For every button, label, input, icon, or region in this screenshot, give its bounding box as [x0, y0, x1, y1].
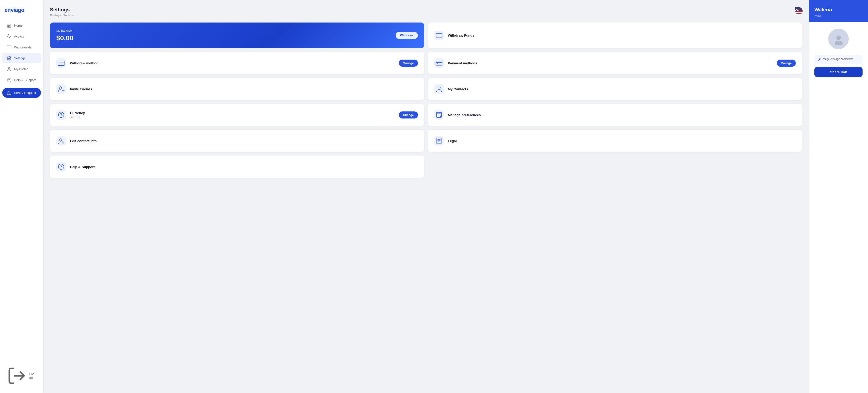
logo: enviago [0, 4, 43, 20]
manage-preferences-card[interactable]: Manage preferences [428, 104, 802, 126]
currency-subtitle: $ (USD) [70, 115, 395, 119]
svg-rect-13 [795, 12, 803, 13]
avatar [828, 29, 849, 49]
profile-link: stage.enviago.com/www [823, 58, 859, 61]
withdraw-funds-card[interactable]: Withdraw Funds [428, 23, 802, 48]
sidebar-item-help-label: Help & Support [14, 78, 36, 82]
profile-name: Waleria [814, 7, 863, 13]
edit-contact-info-card[interactable]: Edit contact info [50, 130, 424, 152]
help-support-text: Help & Support [70, 165, 418, 169]
manage-preferences-icon [434, 110, 444, 120]
manage-preferences-text: Manage preferences [448, 113, 796, 117]
legal-card[interactable]: Legal [428, 130, 802, 152]
link-icon [817, 57, 821, 61]
svg-point-58 [834, 41, 843, 45]
balance-amount: $0.00 [56, 34, 73, 42]
withdraw-method-card[interactable]: Withdraw method Manage [50, 52, 424, 74]
legal-title: Legal [448, 139, 796, 143]
right-panel: Waleria www stage.enviago.com/www Share … [809, 0, 868, 393]
sidebar-item-home[interactable]: Home [2, 21, 41, 30]
payment-methods-icon [434, 58, 444, 68]
send-request-label: Send / Request [14, 91, 36, 94]
svg-point-3 [8, 67, 10, 69]
profile-link-box: stage.enviago.com/www [814, 55, 863, 64]
payment-methods-manage-button[interactable]: Manage [777, 60, 796, 67]
help-support-title: Help & Support [70, 165, 418, 169]
page-header: Settings Enviago / Settings ★★ ★★★ [50, 7, 802, 17]
title-section: Settings Enviago / Settings [50, 7, 74, 17]
send-request-button[interactable]: Send / Request [2, 88, 41, 98]
withdrawals-icon [7, 45, 11, 50]
withdraw-method-title: Withdraw method [70, 61, 395, 65]
currency-icon [56, 110, 66, 120]
invite-friends-text: Invite Friends [70, 87, 418, 91]
withdraw-method-icon [56, 58, 66, 68]
logout-label: Log out [29, 372, 36, 380]
payment-methods-text: Payment methods [448, 61, 773, 65]
svg-rect-37 [434, 84, 444, 94]
help-support-card[interactable]: Help & Support [50, 156, 424, 178]
svg-point-4 [7, 78, 11, 82]
invite-friends-title: Invite Friends [70, 87, 418, 91]
balance-label: My Balance [56, 29, 73, 32]
sidebar-item-my-profile[interactable]: My Profile [2, 64, 41, 74]
manage-preferences-title: Manage preferences [448, 113, 796, 117]
profile-avatar-section: stage.enviago.com/www Share link [809, 22, 868, 393]
sidebar-item-settings-label: Settings [14, 56, 26, 60]
edit-contact-info-icon [56, 136, 66, 145]
legal-icon [434, 136, 444, 145]
svg-rect-14 [795, 13, 803, 15]
svg-rect-0 [7, 46, 11, 49]
legal-text: Legal [448, 139, 796, 143]
settings-icon [7, 56, 11, 60]
profile-username: www [814, 13, 863, 17]
withdraw-funds-text: Withdraw Funds [448, 33, 796, 37]
page-title: Settings [50, 7, 74, 13]
sidebar-item-activity[interactable]: Activity [2, 31, 41, 41]
withdraw-method-manage-button[interactable]: Manage [399, 60, 418, 67]
sidebar-item-withdrawals[interactable]: Withdrawals [2, 42, 41, 52]
sidebar-item-home-label: Home [14, 24, 23, 27]
logout-button[interactable]: Log out [2, 363, 41, 389]
share-link-button[interactable]: Share link [814, 67, 863, 77]
currency-title: Currency [70, 111, 395, 115]
balance-card[interactable]: My Balance $0.00 Withdraw [50, 23, 424, 48]
edit-contact-info-title: Edit contact info [70, 139, 418, 143]
svg-point-56 [61, 168, 61, 169]
my-contacts-title: My Contacts [448, 87, 796, 91]
currency-card[interactable]: Currency $ (USD) Change [50, 104, 424, 126]
withdraw-funds-icon [434, 31, 444, 40]
invite-friends-icon [56, 84, 66, 94]
send-request-icon [7, 90, 11, 95]
withdraw-button[interactable]: Withdraw [396, 32, 418, 39]
us-flag-icon: ★★ ★★★ [795, 7, 803, 15]
settings-grid: My Balance $0.00 Withdraw Withdraw Funds [50, 23, 802, 178]
svg-text:★★★: ★★★ [795, 9, 800, 11]
profile-icon [7, 67, 11, 72]
app-name: enviago [4, 7, 24, 13]
sidebar-item-help-support[interactable]: Help & Support [2, 75, 41, 85]
currency-change-button[interactable]: Change [399, 111, 418, 118]
svg-rect-49 [434, 136, 444, 145]
svg-rect-20 [434, 31, 444, 40]
balance-info: My Balance $0.00 [56, 29, 73, 42]
sidebar: enviago Home Activity Withdrawals Settin… [0, 0, 43, 393]
edit-contact-info-text: Edit contact info [70, 139, 418, 143]
sidebar-item-activity-label: Activity [14, 34, 24, 38]
profile-top: Waleria www [809, 0, 868, 22]
breadcrumb: Enviago / Settings [50, 13, 74, 17]
language-selector[interactable]: ★★ ★★★ [795, 7, 802, 14]
sidebar-item-settings[interactable]: Settings [2, 53, 41, 63]
svg-point-2 [9, 58, 10, 59]
invite-friends-card[interactable]: Invite Friends [50, 78, 424, 100]
sidebar-item-withdrawals-label: Withdrawals [14, 46, 31, 49]
main-content: Settings Enviago / Settings ★★ ★★★ My Ba… [43, 0, 809, 393]
currency-text: Currency $ (USD) [70, 111, 395, 119]
my-contacts-card[interactable]: My Contacts [428, 78, 802, 100]
my-contacts-icon [434, 84, 444, 94]
payment-methods-title: Payment methods [448, 61, 773, 65]
payment-methods-card[interactable]: Payment methods Manage [428, 52, 802, 74]
help-support-icon [56, 162, 66, 171]
help-icon [7, 78, 11, 82]
svg-point-57 [836, 35, 841, 40]
